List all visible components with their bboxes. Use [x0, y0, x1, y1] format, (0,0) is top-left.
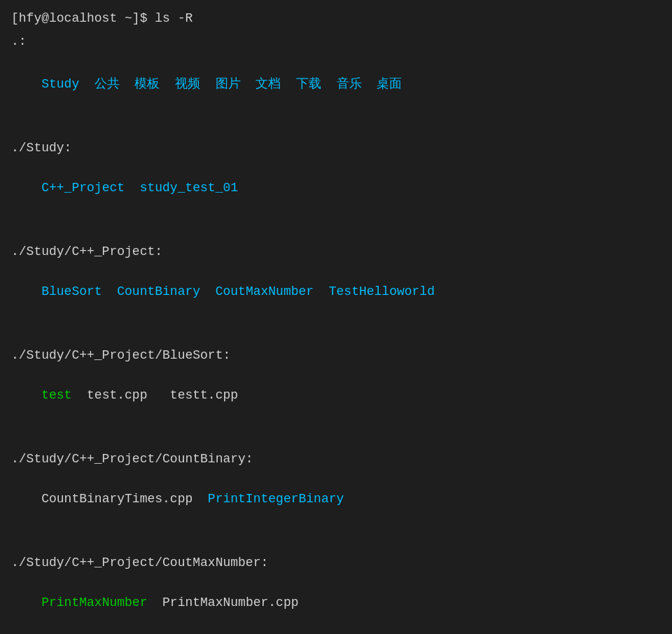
root-label: .:: [11, 32, 661, 52]
section-countbinary-items: CountBinaryTimes.cpp PrintIntegerBinary: [11, 469, 661, 530]
section-cpp-project-header: ./Study/C++_Project:: [11, 242, 661, 262]
root-item-template: 模板: [134, 77, 160, 91]
section-study-header: ./Study:: [11, 138, 661, 158]
root-item-pictures: 图片: [216, 77, 241, 91]
root-item-study: Study: [41, 77, 79, 91]
item-testhelloworld: TestHelloworld: [329, 284, 435, 298]
item-countbinary: CountBinary: [117, 284, 200, 298]
item-printintegerbinary: PrintIntegerBinary: [208, 492, 344, 506]
root-item-public: 公共: [94, 77, 120, 91]
item-study-test-01: study_test_01: [140, 181, 238, 195]
section-study-items: C++_Project study_test_01: [11, 158, 661, 219]
item-cpp-project: C++_Project: [41, 181, 125, 195]
root-item-downloads: 下载: [296, 77, 321, 91]
section-coutmaxnumber-header: ./Study/C++_Project/CoutMaxNumber:: [11, 553, 661, 573]
item-printmaxnumber-exec: PrintMaxNumber: [41, 595, 147, 609]
root-item-video: 视频: [175, 77, 200, 91]
item-bluesort: BlueSort: [41, 284, 102, 298]
section-bluesort-items: test test.cpp testt.cpp: [11, 366, 661, 426]
root-item-desktop: 桌面: [377, 77, 402, 91]
root-item-docs: 文档: [255, 77, 281, 91]
section-cpp-project-items: BlueSort CountBinary CoutMaxNumber TestH…: [11, 262, 661, 322]
prompt-line: [hfy@localhost ~]$ ls -R: [11, 8, 661, 29]
item-countbinarytimes-cpp: CountBinaryTimes.cpp: [41, 492, 208, 506]
item-coutmaxnumber: CoutMaxNumber: [216, 284, 314, 298]
section-bluesort-header: ./Study/C++_Project/BlueSort:: [11, 345, 661, 366]
section-countbinary-header: ./Study/C++_Project/CountBinary:: [11, 449, 661, 469]
root-item-music: 音乐: [337, 77, 362, 91]
section-coutmaxnumber-items: PrintMaxNumber PrintMaxNumber.cpp: [11, 573, 661, 633]
root-items: Study 公共 模板 视频 图片 文档 下载 音乐 桌面: [11, 55, 661, 115]
item-test-exec: test: [41, 388, 71, 402]
terminal-window: [hfy@localhost ~]$ ls -R .: Study 公共 模板 …: [11, 8, 661, 634]
